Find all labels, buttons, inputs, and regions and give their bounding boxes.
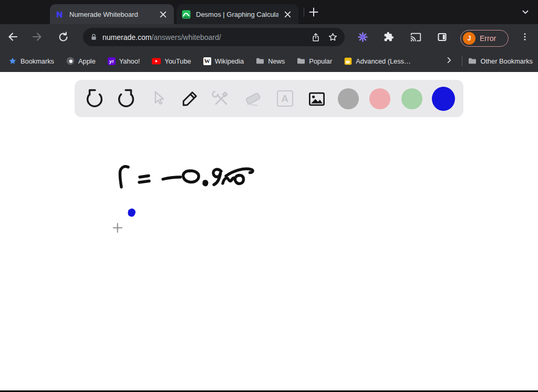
shapes-tool-button[interactable] (210, 87, 233, 110)
tab-close-icon[interactable] (157, 8, 169, 20)
yahoo-icon: y! (108, 57, 116, 65)
extension-aster-icon[interactable] (355, 29, 370, 44)
tab-title: Numerade Whiteboard (69, 11, 154, 18)
pen-color-gray[interactable] (337, 87, 360, 110)
folder-icon (297, 57, 305, 65)
profile-error-label: Error (480, 34, 496, 43)
pen-tool-button[interactable] (178, 87, 201, 110)
yellow-folder-icon (344, 57, 352, 65)
green-color-swatch (401, 88, 422, 109)
bookmark-item-advanced[interactable]: Advanced (Less… (344, 57, 411, 65)
eraser-tool-button[interactable] (242, 87, 265, 110)
handwriting-blue-mark (130, 210, 133, 214)
bookmark-item-youtube[interactable]: YouTube (152, 57, 191, 65)
gray-color-swatch (338, 88, 359, 109)
tab-divider (304, 7, 304, 17)
folder-icon (256, 57, 264, 65)
bookmark-item-wikipedia[interactable]: W Wikipedia (203, 57, 244, 65)
url-host: numerade.com (102, 33, 151, 42)
crosshair-cursor-icon (113, 224, 122, 233)
tools-icon (211, 88, 232, 109)
reload-button[interactable] (56, 29, 70, 44)
pen-color-blue-selected[interactable] (432, 87, 455, 110)
extensions-puzzle-icon[interactable] (381, 29, 396, 44)
tab-title: Desmos | Graphing Calculato (196, 11, 278, 18)
text-tool-button[interactable]: A (273, 87, 296, 110)
pen-color-pink[interactable] (368, 87, 391, 110)
forward-button[interactable] (30, 29, 45, 44)
bookmarks-bar: Bookmarks Apple y! Yahoo! YouTube W Wiki… (0, 50, 538, 72)
tab-close-icon[interactable] (282, 8, 293, 20)
bookmark-star-icon[interactable] (326, 30, 339, 44)
handwriting-layer (0, 72, 538, 391)
chevron-down-icon[interactable] (519, 6, 532, 18)
blue-color-swatch (432, 87, 455, 111)
blue-star-icon (8, 57, 17, 65)
redo-icon (115, 88, 137, 110)
whiteboard-toolbar: A (75, 80, 463, 117)
whiteboard-canvas[interactable]: A (0, 72, 538, 391)
desmos-favicon-icon (182, 10, 191, 19)
eraser-icon (243, 88, 264, 109)
bookmark-item-apple[interactable]: Apple (66, 57, 96, 65)
tab-strip: Numerade Whiteboard Desmos | Graphing Ca… (0, 0, 538, 24)
undo-icon (84, 88, 106, 110)
browser-toolbar: numerade.com/answers/whiteboard/ J Error (0, 24, 538, 50)
pink-color-swatch (369, 88, 390, 109)
bookmark-folder-popular[interactable]: Popular (297, 57, 332, 65)
bookmark-item-bookmarks[interactable]: Bookmarks (8, 57, 54, 65)
folder-icon (468, 57, 477, 65)
address-bar[interactable]: numerade.com/answers/whiteboard/ (83, 28, 345, 46)
share-button[interactable] (309, 30, 323, 44)
wikipedia-icon: W (203, 57, 211, 65)
undo-button[interactable] (83, 87, 106, 110)
new-tab-button[interactable] (307, 6, 320, 18)
apple-icon (66, 57, 75, 65)
pencil-icon (179, 88, 200, 109)
image-icon (306, 88, 327, 109)
text-tool-icon: A (277, 90, 293, 107)
tab-numerade-whiteboard[interactable]: Numerade Whiteboard (50, 4, 174, 24)
browser-menu-icon[interactable] (518, 29, 532, 44)
handwriting-r-equals-value (120, 167, 253, 187)
tab-desmos[interactable]: Desmos | Graphing Calculato (177, 4, 298, 24)
cursor-icon (148, 89, 168, 109)
avatar: J (463, 32, 475, 45)
cursor-tool-button[interactable] (147, 87, 170, 110)
back-button[interactable] (5, 29, 20, 44)
cast-icon[interactable] (408, 29, 423, 44)
bookmark-item-yahoo[interactable]: y! Yahoo! (108, 57, 140, 65)
bookmarks-overflow-chevron-icon[interactable] (445, 56, 453, 66)
youtube-icon (152, 58, 161, 65)
profile-button[interactable]: J Error (460, 30, 509, 47)
pen-color-green[interactable] (400, 87, 423, 110)
side-panel-icon[interactable] (434, 29, 449, 44)
bookmarks-divider (462, 56, 462, 66)
redo-button[interactable] (115, 87, 138, 110)
url-path: /answers/whiteboard/ (151, 33, 221, 42)
image-tool-button[interactable] (305, 87, 328, 110)
url-text: numerade.com/answers/whiteboard/ (102, 33, 306, 42)
other-bookmarks-folder[interactable]: Other Bookmarks (468, 57, 533, 65)
browser-window: Numerade Whiteboard Desmos | Graphing Ca… (0, 0, 538, 392)
numerade-favicon-icon (55, 10, 64, 19)
bookmark-folder-news[interactable]: News (256, 57, 285, 65)
lock-icon (89, 33, 98, 42)
